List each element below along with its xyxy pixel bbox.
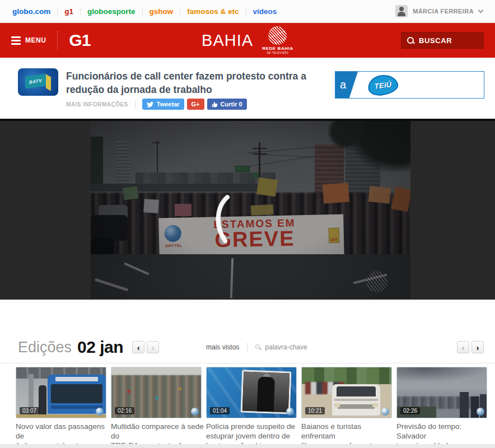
video-thumb-1[interactable]: 03:07 (16, 367, 106, 418)
duration-badge: 01:04 (210, 407, 230, 414)
search-button[interactable]: BUSCAR (401, 32, 484, 49)
teiu-logo: TEiÚ (367, 73, 399, 97)
duration-badge: 02:26 (400, 407, 420, 414)
avatar (395, 5, 408, 17)
region-title: BAHIA (202, 31, 253, 50)
story-section: BATV Funcionários de call center fazem p… (0, 58, 495, 119)
carousel-prev-button[interactable]: ‹ (457, 341, 469, 353)
keyword-search-icon (255, 344, 261, 351)
region-brand: BAHIA REDE BAHIA DE TELEVISÃO (202, 26, 293, 54)
divider (80, 7, 81, 15)
globo-topbar: globo.com g1 globoesporte gshow famosos … (0, 0, 495, 23)
video-player: SINTTEL ESTAMOS EM GREVE CUT (0, 119, 495, 300)
tweet-label: Tweetar (157, 101, 180, 108)
gplus-label: G+ (192, 101, 200, 108)
topbar-link-globoesporte[interactable]: globoesporte (87, 7, 136, 16)
keyword-search-input[interactable] (265, 343, 326, 351)
story-meta: MAIS INFORMAÇÕES Tweetar G+ Curtir 0 (66, 99, 250, 110)
video-thumb-2[interactable]: 02:16 (111, 367, 202, 418)
topbar-link-famosos[interactable]: famosos & etc (187, 7, 239, 16)
tweet-button[interactable]: Tweetar (142, 99, 184, 110)
divider (57, 7, 58, 15)
like-label: Curtir 0 (221, 101, 242, 108)
editions-next-button[interactable]: › (147, 341, 159, 353)
topbar-link-videos[interactable]: vídeos (253, 7, 277, 16)
topbar-link-gshow[interactable]: gshow (150, 7, 174, 16)
filters: mais vistos (206, 334, 326, 360)
divider (180, 7, 180, 15)
carousel-next-button[interactable]: › (471, 341, 484, 353)
search-icon (407, 37, 414, 44)
bottom-strip (0, 444, 495, 448)
editions-nav: ‹ › (132, 341, 159, 353)
video-thumb-4[interactable]: 10:21 (301, 367, 392, 418)
gplus-button[interactable]: G+ (187, 99, 204, 110)
video-thumb-3[interactable]: 01:04 (206, 367, 297, 418)
chevron-down-icon (478, 8, 484, 13)
search-label: BUSCAR (419, 36, 452, 45)
divider (246, 7, 246, 15)
rede-bahia-sub: DE TELEVISÃO (262, 52, 293, 54)
thumbs-up-icon (212, 101, 218, 108)
divider (0, 363, 495, 363)
globo-watermark-icon (96, 408, 104, 416)
rede-bahia-name: REDE BAHIA (262, 46, 293, 51)
rede-bahia-logo: REDE BAHIA DE TELEVISÃO (262, 26, 293, 54)
divider (142, 7, 143, 15)
globo-watermark-icon (381, 408, 389, 416)
topbar-link-globo[interactable]: globo.com (12, 7, 50, 16)
ad-banner[interactable]: a TEiÚ (335, 71, 484, 99)
globo-watermark-icon (286, 408, 294, 416)
duration-badge: 03:07 (20, 407, 39, 414)
menu-label: MENU (25, 36, 46, 44)
site-header: MENU G1 BAHIA REDE BAHIA DE TELEVISÃO BU… (0, 23, 495, 58)
menu-button[interactable]: MENU (11, 36, 46, 45)
ad-letter: a (340, 78, 346, 91)
globo-watermark-icon (477, 408, 484, 416)
video-thumb-5[interactable]: 02:26 (396, 367, 487, 418)
hamburger-icon (11, 36, 21, 45)
editions-header: Edições 02 jan ‹ › mais vistos ‹ › (0, 334, 495, 360)
editions-prev-button[interactable]: ‹ (132, 341, 144, 353)
divider (135, 100, 136, 109)
teiu-brand: TEiÚ (374, 80, 392, 91)
user-menu[interactable]: MÁRCIA FERREIRA (395, 5, 483, 17)
program-thumbnail[interactable]: BATV (18, 68, 58, 96)
user-name: MÁRCIA FERREIRA (413, 8, 474, 15)
g1-logo[interactable]: G1 (69, 31, 90, 50)
page: globo.com g1 globoesporte gshow famosos … (0, 0, 495, 448)
batv-logo-side (46, 74, 51, 91)
video-dim-overlay (91, 121, 410, 298)
more-info-link[interactable]: MAIS INFORMAÇÕES (66, 101, 128, 108)
duration-badge: 02:16 (115, 407, 134, 414)
duration-badge: 10:21 (305, 407, 325, 414)
globo-watermark-icon (191, 408, 199, 416)
rede-bahia-globe-icon (269, 26, 287, 45)
loading-spinner-icon (208, 193, 233, 244)
facebook-like-button[interactable]: Curtir 0 (207, 99, 247, 110)
divider (57, 31, 58, 50)
most-viewed-link[interactable]: mais vistos (206, 343, 239, 351)
editions-label: Edições (18, 339, 72, 356)
ad-left-slab: a (335, 72, 358, 98)
twitter-bird-icon (147, 101, 154, 108)
batv-logo: BATV (25, 73, 46, 88)
topbar-link-g1[interactable]: g1 (64, 7, 73, 16)
editions-date: 02 jan (77, 338, 123, 357)
carousel-nav: ‹ › (457, 341, 484, 353)
video-frame[interactable]: SINTTEL ESTAMOS EM GREVE CUT (91, 121, 410, 298)
divider (247, 343, 248, 352)
video-headline[interactable]: Funcionários de call center fazem protes… (66, 70, 321, 96)
